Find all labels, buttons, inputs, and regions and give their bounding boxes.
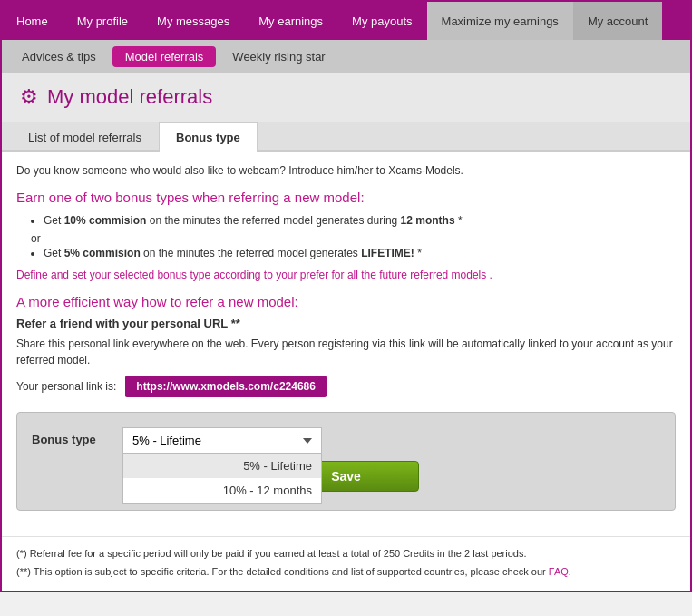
dropdown-selected-value[interactable]: 5% - Lifetime <box>122 427 322 454</box>
bullet2-lifetime: LIFETIME! <box>361 247 414 259</box>
dropdown-arrow-icon <box>303 438 312 444</box>
tabs-bar: List of model referrals Bonus type <box>2 122 690 152</box>
bonus-type-row: Bonus type 5% - Lifetime 5% - Lifetime 1… <box>32 427 660 454</box>
bullet1-asterisk: * <box>455 214 463 227</box>
bonus-bullets: Get 10% commision on the minutes the ref… <box>16 214 676 227</box>
nav-my-payouts[interactable]: My payouts <box>337 2 426 40</box>
or-text: or <box>31 232 676 245</box>
dropdown-option-12months[interactable]: 10% - 12 months <box>123 478 321 503</box>
personal-link-label: Your personal link is: <box>16 380 116 393</box>
bullet2-asterisk: * <box>414 247 422 259</box>
sub-navigation: Advices & tips Model referrals Weekly ri… <box>2 40 690 73</box>
bonus-box: Bonus type 5% - Lifetime 5% - Lifetime 1… <box>16 412 676 511</box>
share-text: Share this personal link everywhere on t… <box>16 336 676 368</box>
footer-note-2-period: . <box>569 566 571 577</box>
gear-icon: ⚙ <box>20 85 38 109</box>
refer-friend-title: Refer a friend with your personal URL ** <box>16 317 676 330</box>
define-text: Define and set your selected bonus type … <box>16 269 676 281</box>
bullet1-text-c: on the minutes the referred model genera… <box>146 214 400 227</box>
bonus-bullets-2: Get 5% commision on the minutes the refe… <box>16 247 676 259</box>
bullet1-text-a: Get <box>44 214 64 227</box>
bonus-type-label: Bonus type <box>32 427 104 446</box>
intro-text: Do you know someone who would also like … <box>16 164 676 177</box>
footer-note-1: (*) Referral fee for a specific period w… <box>16 546 676 562</box>
earn-heading: Earn one of two bonus types when referri… <box>16 190 676 205</box>
main-content: Do you know someone who would also like … <box>2 152 690 536</box>
page-header: ⚙ My model referrals <box>2 73 690 122</box>
refer-heading: A more efficient way how to refer a new … <box>16 294 676 309</box>
bullet1-12months: 12 months <box>401 214 455 227</box>
bonus-type-dropdown[interactable]: 5% - Lifetime 5% - Lifetime 10% - 12 mon… <box>122 427 322 454</box>
tab-bonus-type[interactable]: Bonus type <box>159 122 258 152</box>
nav-maximize-my-earnings[interactable]: Maximize my earnings <box>427 2 573 40</box>
page-title: My model referrals <box>47 85 212 109</box>
personal-link-row: Your personal link is: https://www.xmode… <box>16 376 676 397</box>
dropdown-selected-label: 5% - Lifetime <box>132 434 201 447</box>
subnav-model-referrals[interactable]: Model referrals <box>112 46 217 67</box>
faq-link[interactable]: FAQ <box>549 566 569 577</box>
dropdown-option-lifetime[interactable]: 5% - Lifetime <box>123 454 321 478</box>
footer-notes: (*) Referral fee for a specific period w… <box>2 536 690 591</box>
subnav-advices-tips[interactable]: Advices & tips <box>9 46 109 67</box>
subnav-weekly-rising-star[interactable]: Weekly rising star <box>219 46 337 67</box>
personal-link-value: https://www.xmodels.com/c224686 <box>125 376 327 397</box>
footer-note-2: (**) This option is subject to specific … <box>16 564 676 580</box>
nav-home[interactable]: Home <box>2 2 63 40</box>
bullet2-text-c: on the minutes the referred model genera… <box>141 247 361 259</box>
tab-list-of-model-referrals[interactable]: List of model referrals <box>11 122 159 152</box>
nav-my-messages[interactable]: My messages <box>142 2 244 40</box>
bullet1-bold: 10% commision <box>64 214 147 227</box>
bullet-5-percent: Get 5% commision on the minutes the refe… <box>44 247 676 259</box>
nav-my-account[interactable]: My account <box>573 2 662 40</box>
footer-note-2-text: (**) This option is subject to specific … <box>16 566 549 577</box>
nav-my-earnings[interactable]: My earnings <box>244 2 337 40</box>
top-navigation: Home My profile My messages My earnings … <box>2 2 690 40</box>
nav-my-profile[interactable]: My profile <box>63 2 142 40</box>
bullet-10-percent: Get 10% commision on the minutes the ref… <box>44 214 676 227</box>
bullet2-bold: 5% commision <box>64 247 141 259</box>
bullet2-text-a: Get <box>44 247 64 259</box>
dropdown-options: 5% - Lifetime 10% - 12 months <box>122 454 322 504</box>
